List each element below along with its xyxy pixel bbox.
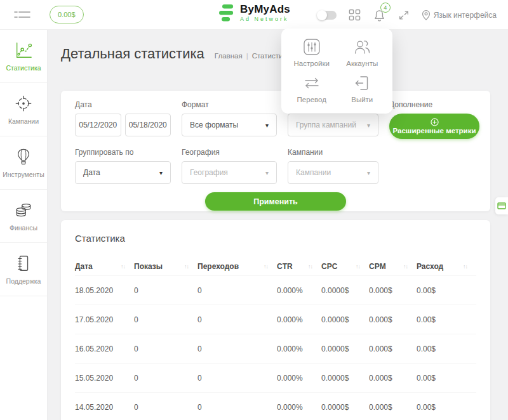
theme-toggle[interactable] (318, 11, 337, 20)
filter-label-geography: География (182, 148, 277, 157)
sort-icon[interactable]: ↑↓ (184, 263, 189, 270)
main-content: Детальная статистика Главная|Статистика|… (48, 30, 508, 420)
cell-date: 14.05.2020 (75, 403, 134, 412)
cell-cpc: 0.0000$ (321, 286, 369, 295)
cell-cpc: 0.0000$ (321, 374, 369, 383)
column-header-cpm[interactable]: CPM↑↓ (369, 262, 417, 271)
geography-placeholder: География (190, 168, 228, 177)
filter-label-campaigns: Кампании (288, 148, 378, 157)
balance-value: 0.00$ (58, 11, 76, 18)
breadcrumb-home[interactable]: Главная (215, 52, 243, 60)
cell-ctr: 0.000% (277, 374, 321, 383)
cell-clicks: 0 (197, 345, 277, 353)
date-to-input[interactable] (125, 114, 171, 136)
breadcrumb-separator: | (246, 52, 248, 60)
balloon-icon (14, 147, 33, 166)
notification-badge: 4 (380, 3, 391, 13)
logout-icon (353, 74, 371, 93)
campaign-group-select[interactable]: Группа кампаний ▾ (288, 114, 378, 136)
chevron-down-icon: ▾ (367, 122, 370, 129)
notifications-bell-icon[interactable]: 4 (373, 8, 386, 22)
grid-apps-icon[interactable] (349, 9, 361, 21)
column-header-ctr[interactable]: CTR↑↓ (277, 262, 321, 271)
sliders-icon (302, 37, 321, 56)
chevron-down-icon: ▾ (367, 169, 370, 176)
extended-metrics-button[interactable]: Расширенные метрики (389, 114, 479, 139)
filter-label-format: Формат (182, 100, 277, 109)
filter-card: Дата Формат Все форматы ▾ Группа кампани… (61, 91, 490, 211)
menu-item-label: Выйти (351, 96, 373, 103)
header: 0.00$ ByMyAds Ad Network 4 (0, 0, 508, 30)
language-selector[interactable]: Язык интерфейса (422, 10, 497, 21)
cell-date: 15.05.2020 (75, 374, 134, 383)
cell-clicks: 0 (197, 374, 277, 383)
menu-item-logout[interactable]: Выйти (337, 74, 388, 103)
sidebar-item-tools[interactable]: Инструменты (0, 136, 47, 190)
sidebar-item-label: Кампании (8, 117, 39, 125)
cell-impressions: 0 (134, 315, 197, 324)
campaigns-select[interactable]: Кампании ▾ (288, 161, 378, 184)
logo-bars-icon (218, 4, 236, 23)
campaign-group-placeholder: Группа кампаний (296, 121, 356, 129)
table-row: 17.05.2020000.000%0.0000$0.000$0.00$ (75, 305, 476, 334)
column-header-cpc[interactable]: CPC↑↓ (321, 262, 369, 271)
group-by-select[interactable]: Дата ▾ (75, 161, 171, 184)
side-panel-handle[interactable] (495, 197, 508, 214)
fullscreen-icon[interactable] (398, 10, 410, 21)
sort-icon[interactable]: ↑↓ (264, 263, 268, 270)
cell-cpc: 0.0000$ (321, 315, 369, 324)
cell-cpm: 0.000$ (369, 315, 417, 324)
cell-impressions: 0 (134, 345, 197, 353)
toggle-knob (317, 10, 327, 20)
sidebar-item-label: Инструменты (3, 171, 44, 178)
sort-icon[interactable]: ↑↓ (463, 263, 467, 270)
filter-group-by: Группировать по Дата ▾ (75, 148, 171, 184)
menu-toggle-icon[interactable] (14, 9, 30, 23)
filter-format: Формат Все форматы ▾ (182, 100, 277, 139)
menu-item-label: Настройки (294, 60, 330, 67)
menu-item-accounts[interactable]: Аккаунты (337, 37, 388, 67)
menu-item-settings[interactable]: Настройки (286, 37, 337, 67)
column-header-clicks[interactable]: Переходов↑↓ (197, 262, 277, 271)
cell-spend: 0.00$ (417, 345, 476, 353)
filter-label-group-by: Группировать по (75, 148, 171, 157)
sort-icon[interactable]: ↑↓ (308, 263, 312, 270)
sidebar-item-support[interactable]: Поддержка (0, 243, 47, 296)
sidebar-item-finance[interactable]: Финансы (0, 190, 47, 243)
cell-clicks: 0 (197, 315, 277, 324)
filter-addition: Дополнение Расширенные метрики (389, 100, 479, 139)
cell-date: 16.05.2020 (75, 345, 134, 353)
sort-icon[interactable]: ↑↓ (121, 263, 125, 270)
balance-pill[interactable]: 0.00$ (50, 6, 84, 23)
sidebar-item-campaigns[interactable]: Кампании (0, 83, 47, 136)
sidebar-item-statistics[interactable]: Статистика (0, 30, 47, 83)
cell-clicks: 0 (197, 286, 277, 295)
statistics-card: Статистика Дата↑↓ Показы↑↓ Переходов↑↓ C… (61, 220, 490, 420)
group-by-select-value: Дата (83, 168, 100, 177)
coins-icon (14, 200, 33, 220)
sidebar: Статистика Кампании Инструменты Финансы (0, 30, 48, 420)
column-header-date[interactable]: Дата↑↓ (75, 262, 134, 271)
cell-clicks: 0 (197, 403, 277, 412)
language-label: Язык интерфейса (434, 11, 497, 20)
cell-spend: 0.00$ (417, 286, 476, 295)
sort-icon[interactable]: ↑↓ (403, 263, 408, 270)
menu-item-transfer[interactable]: Перевод (286, 74, 337, 103)
cell-spend: 0.00$ (417, 374, 476, 383)
date-from-input[interactable] (75, 114, 121, 136)
cell-cpm: 0.000$ (369, 403, 417, 412)
apply-button[interactable]: Применить (205, 192, 346, 211)
cell-ctr: 0.000% (277, 403, 321, 412)
format-select[interactable]: Все форматы ▾ (182, 114, 277, 136)
column-header-spend[interactable]: Расход↑↓ (417, 262, 476, 271)
cell-cpm: 0.000$ (369, 345, 417, 353)
chevron-down-icon: ▾ (265, 122, 269, 129)
logo[interactable]: ByMyAds Ad Network (218, 4, 290, 23)
sort-icon[interactable]: ↑↓ (356, 263, 360, 270)
table-row: 16.05.2020000.000%0.0000$0.000$0.00$ (75, 334, 476, 363)
sidebar-item-label: Поддержка (6, 277, 41, 285)
logo-title: ByMyAds (240, 4, 290, 15)
users-icon (352, 37, 372, 56)
column-header-impressions[interactable]: Показы↑↓ (134, 262, 197, 271)
geography-select[interactable]: География ▾ (182, 161, 277, 184)
